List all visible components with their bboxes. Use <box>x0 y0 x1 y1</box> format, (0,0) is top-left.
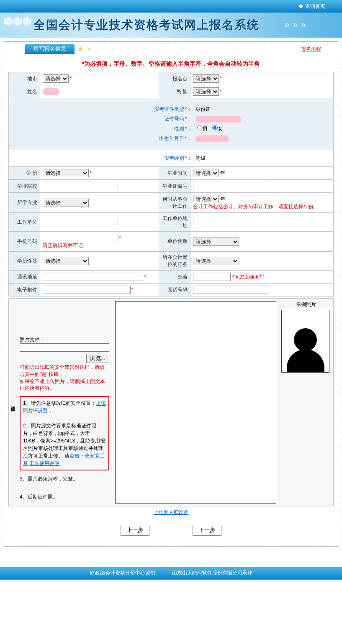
photo-section-label: 照片上传 <box>9 299 16 506</box>
back-home-link[interactable]: 返回首页 <box>305 3 325 10</box>
input-email[interactable] <box>43 286 131 294</box>
select-position[interactable]: 请选择 <box>193 257 239 265</box>
star-icon: ★ <box>87 46 92 52</box>
masked-birth: xxxx <box>195 135 229 142</box>
tool-usage-link[interactable]: 工具使用说明 <box>29 460 59 466</box>
label-unittype: 单位性质 <box>159 232 190 252</box>
photo-warn2: 如果您不想上传照片，请删掉上面文本框内所有内容。 <box>20 378 105 391</box>
label-point: 报名点 <box>159 72 190 85</box>
photo-warn1: 可能会出现IE的安全警告对话框，请点击其中的"是"按钮， <box>20 364 105 377</box>
level-value: 初级 <box>192 155 276 162</box>
example-photo <box>281 310 329 373</box>
label-edutype: 学历性质 <box>9 252 40 271</box>
hex-decoration <box>4 17 32 26</box>
label-ethnic: 民 族 <box>159 85 190 98</box>
label-worksince: 何时从事会计工作 <box>159 193 190 213</box>
input-phone[interactable] <box>193 286 268 294</box>
label-position: 所在会计岗位的职务 <box>159 252 190 271</box>
photo-file-label: 照片文件： <box>20 337 45 342</box>
photo-preview-area <box>115 301 276 503</box>
next-button[interactable]: 下一步 <box>193 525 221 536</box>
select-ethnic[interactable]: 请选择 <box>193 87 219 96</box>
label-workunit: 工作单位 <box>9 213 40 232</box>
label-phone: 固话号码 <box>159 284 190 296</box>
input-photo-path[interactable] <box>20 343 109 352</box>
select-city[interactable]: 请选择 <box>43 74 69 83</box>
label-name: 姓名 <box>9 85 40 98</box>
ie-settings-link-bottom[interactable]: 上传照片IE设置 <box>154 509 188 515</box>
label-addr: 通讯地址 <box>9 271 40 284</box>
input-addr[interactable] <box>43 273 143 281</box>
radio-male[interactable] <box>197 125 203 130</box>
select-point[interactable]: 请选择 <box>193 74 219 83</box>
photo-tip4: 4、近期证件照。 <box>20 494 58 500</box>
arrow-decoration: »»» <box>284 19 309 31</box>
radio-female-label[interactable]: 女 <box>212 126 223 132</box>
footer-left: 财政部会计资格评价中心监制 <box>90 570 155 577</box>
label-workaddr: 工作单位地址 <box>159 213 190 232</box>
photo-tip1: 1、请先注意修改IE的安全设置： <box>23 400 96 406</box>
label-email: 电子邮件 <box>9 284 40 296</box>
worksince-hint: 会计工作包括会计、财务与审计工作，请直接选择年份。 <box>193 204 319 210</box>
label-gradtime: 毕业时间 <box>159 167 190 180</box>
select-edu[interactable]: 请选择 <box>43 169 89 177</box>
masked-name: xx <box>43 88 59 95</box>
input-zip[interactable] <box>193 273 231 281</box>
prev-button[interactable]: 上一步 <box>121 525 149 536</box>
example-photo-label: 示例照片 <box>296 302 316 307</box>
radio-female[interactable] <box>212 125 218 130</box>
process-flow-link[interactable]: 报名流程 <box>301 46 321 53</box>
input-school[interactable] <box>43 182 118 190</box>
id-type-value: 身份证 <box>192 106 276 113</box>
banner: 全国会计专业技术资格考试网上报名系统 »»» <box>0 13 342 38</box>
masked-idno: xxxxxxxxxx <box>195 116 242 123</box>
input-certno[interactable] <box>193 182 268 190</box>
star-icon: ★ <box>78 46 83 52</box>
select-edutype[interactable]: 请选择 <box>43 257 89 265</box>
select-worksince[interactable]: 请选择 <box>193 195 219 203</box>
tab-fill-info[interactable]: 填写报名信息 <box>25 44 75 54</box>
label-certno: 毕业证编号 <box>159 180 190 193</box>
banner-title: 全国会计专业技术资格考试网上报名系统 <box>33 17 260 33</box>
home-dot-icon <box>299 5 303 8</box>
label-mobile: 手机号码 <box>9 232 40 252</box>
footer: 财政部会计资格评价中心监制 山东山大鸥玛软件股份有限公司承建 <box>0 567 342 580</box>
select-unittype[interactable]: 请选择 <box>193 238 239 246</box>
instruction-text: *为必填项，字母、数字、空格请输入半角字符，全角会自动转为半角 <box>8 60 334 68</box>
footer-right: 山东山大鸥玛软件股份有限公司承建 <box>172 570 252 577</box>
input-mobile[interactable] <box>43 234 118 242</box>
input-workunit[interactable] <box>43 218 118 226</box>
photo-tip3: 3、照片必须清晰，完整。 <box>20 476 78 482</box>
zip-hint: *请您正确填写 <box>232 274 264 280</box>
browse-button[interactable]: 浏览... <box>86 354 109 363</box>
label-zip: 邮编 <box>159 271 190 284</box>
label-city: 地市 <box>9 72 40 85</box>
select-gradtime[interactable]: 请选择 <box>193 169 219 177</box>
label-edu: 学 历 <box>9 167 40 180</box>
mobile-hint: 请正确填写并牢记 <box>43 243 83 248</box>
label-school: 毕业院校 <box>9 180 40 193</box>
radio-male-label[interactable]: 男 <box>197 126 208 132</box>
select-major[interactable]: 请选择 <box>43 199 89 207</box>
input-workaddr[interactable] <box>193 218 268 226</box>
label-major: 所学专业 <box>9 193 40 213</box>
